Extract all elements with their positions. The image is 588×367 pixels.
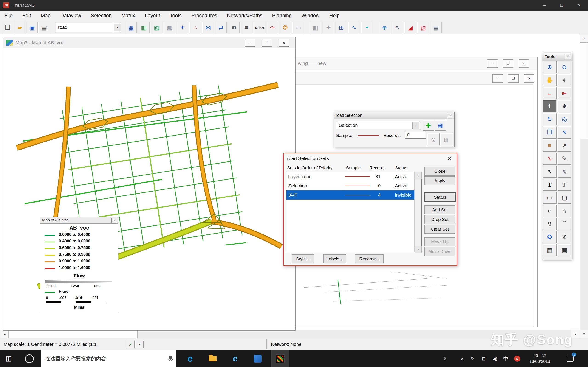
profile-icon[interactable]: ↗ (557, 140, 571, 152)
star-map-icon[interactable]: ✶ (177, 22, 188, 33)
people-icon[interactable]: ☺ (440, 350, 450, 367)
volume-icon[interactable]: ◀) (490, 350, 500, 367)
windows-grid-icon[interactable]: ⊞ (336, 22, 347, 33)
list-item[interactable]: Layer: road 31 Active (286, 172, 414, 181)
close-icon[interactable]: ✕ (565, 54, 571, 59)
compass-icon[interactable]: ◎ (557, 113, 571, 125)
layers-icon[interactable]: ▤ (430, 22, 442, 33)
add-set-icon[interactable]: ✚ (423, 120, 434, 131)
selection-set-dropdown[interactable]: Selection ▼ (336, 121, 420, 129)
scroll-left-icon[interactable]: ◄ (0, 330, 9, 338)
menu-matrix[interactable]: Matrix (117, 10, 139, 21)
multi-info-icon[interactable]: ❖ (557, 100, 571, 112)
burst-icon[interactable]: ✳ (557, 231, 571, 243)
menu-planning[interactable]: Planning (268, 10, 296, 21)
scroll-down-icon[interactable]: ▼ (580, 330, 588, 338)
close-icon[interactable]: ✕ (447, 113, 453, 118)
labels-button[interactable]: Labels... (323, 254, 346, 263)
matrix-icon[interactable]: ▨ (151, 22, 162, 33)
close-button[interactable]: ✕ (279, 39, 289, 47)
image-tool-icon[interactable]: ▣ (557, 244, 571, 256)
menu-help[interactable]: Help (325, 10, 344, 21)
add-set-button[interactable]: Add Set (424, 205, 455, 214)
close-icon[interactable]: ✕ (446, 155, 453, 162)
freehand-icon[interactable]: ✎ (557, 152, 571, 165)
close-button[interactable]: ✕ (524, 74, 535, 83)
route-icon[interactable]: ∿ (348, 22, 360, 33)
style-pen-icon[interactable]: ✑ (267, 22, 278, 33)
label-icon[interactable]: ▭ (292, 22, 304, 33)
close-button[interactable]: ✕ (571, 0, 588, 10)
layer-dropdown[interactable]: road ▼ (56, 23, 121, 32)
dot-density-icon[interactable]: ∴ (190, 22, 201, 33)
menu-networks-paths[interactable]: Networks/Paths (223, 10, 267, 21)
style-button[interactable]: Style... (292, 254, 314, 263)
action-center-button[interactable]: 1 (563, 350, 577, 367)
locator-icon[interactable]: ↖ (392, 22, 403, 33)
chevron-down-icon[interactable]: ▼ (114, 24, 121, 31)
rectangle-icon[interactable]: ▭ (543, 192, 556, 204)
scrollbar-thumb[interactable] (580, 42, 588, 139)
restore-button[interactable]: ❐ (262, 39, 272, 47)
list-item[interactable]: Selection 0 Active (286, 181, 414, 190)
internet-explorer-icon[interactable]: e (226, 350, 244, 367)
sogou-tray-button[interactable]: S (512, 350, 522, 367)
scroll-up-icon[interactable]: ▲ (415, 172, 422, 179)
ime-indicator[interactable]: 中 (501, 350, 511, 367)
polyline-icon[interactable]: ↯ (543, 218, 556, 230)
legend-titlebar[interactable]: Map of AB_voc ✕ (40, 217, 118, 224)
units-icon[interactable]: MI KM (254, 22, 265, 33)
pin-icon[interactable]: ✦ (323, 22, 334, 33)
snapshot-icon[interactable]: ◧ (310, 22, 321, 33)
move-up-button[interactable]: Move Up (424, 237, 455, 246)
colors-icon[interactable]: ❂ (279, 22, 291, 33)
network-icon[interactable]: ⋈ (202, 22, 214, 33)
dataview-small-icon[interactable]: ▦ (435, 120, 446, 131)
zoom-out-icon[interactable]: ⊖ (557, 61, 571, 73)
info-icon[interactable]: ℹ (543, 100, 556, 112)
selection-sets-list[interactable]: Layer: road 31 Active Selection 0 Active… (286, 172, 422, 253)
rounded-rect-icon[interactable]: ▢ (557, 192, 571, 204)
print-icon[interactable]: ▤ (38, 22, 50, 33)
hatch-icon[interactable]: ▧ (417, 22, 429, 33)
map-canvas[interactable]: Map of AB_voc ✕ AB_voc 0.0000 to 0.4000 … (3, 48, 294, 329)
report-icon[interactable]: ≡ (241, 22, 252, 33)
app-icon-blue[interactable] (249, 350, 267, 367)
rotate-icon[interactable]: ↻ (543, 113, 556, 125)
vertical-scrollbar[interactable]: ▲ ▼ (580, 34, 588, 339)
pointer-icon[interactable]: ↖ (543, 166, 556, 178)
delete-tool-icon[interactable]: ✕ (557, 126, 571, 139)
hidden-icons-chevron[interactable]: ∧ (458, 350, 467, 367)
list-item-selected[interactable]: 连杆 4 Invisible (286, 190, 414, 200)
copy-area-icon[interactable]: ❐ (543, 126, 556, 139)
tools-titlebar[interactable]: Tools ✕ (542, 53, 572, 61)
scroll-up-icon[interactable]: ▲ (580, 34, 588, 43)
globe-icon[interactable]: ⊕ (379, 22, 390, 33)
restore-button[interactable]: ❐ (503, 59, 513, 68)
surface-icon[interactable]: ▩ (164, 22, 175, 33)
minimize-button[interactable]: ─ (536, 0, 553, 10)
menu-file[interactable]: File (0, 10, 17, 21)
transcad-taskbar-button[interactable] (271, 350, 289, 367)
edge-icon[interactable]: e (182, 350, 199, 367)
restore-button[interactable]: ❐ (508, 74, 519, 83)
minimize-button[interactable]: ─ (493, 74, 503, 83)
summary-icon[interactable]: ▦ (440, 133, 452, 145)
close-button[interactable]: ✕ (519, 59, 529, 68)
status-button[interactable]: Status (424, 192, 456, 202)
polygon-icon[interactable]: ⌂ (557, 205, 571, 217)
clear-set-button[interactable]: Clear Set (424, 225, 455, 234)
drop-set-button[interactable]: Drop Set (424, 215, 455, 224)
dialog-titlebar[interactable]: road Selection ✕ (334, 112, 454, 119)
text-frame-icon[interactable]: T (557, 179, 571, 191)
locate-icon[interactable]: ◎ (427, 133, 440, 145)
zoom-in-icon[interactable]: ⊕ (543, 61, 556, 73)
sphere-icon[interactable]: ◓ (361, 22, 373, 33)
recenter-icon[interactable]: ⌖ (557, 74, 571, 86)
dataview-icon[interactable]: ▦ (125, 22, 137, 33)
close-icon[interactable]: ✕ (111, 218, 117, 223)
menu-edit[interactable]: Edit (18, 10, 35, 21)
grid-tool-icon[interactable]: ▦ (543, 244, 556, 256)
menu-window[interactable]: Window (297, 10, 324, 21)
move-down-button[interactable]: Move Down (424, 247, 455, 256)
